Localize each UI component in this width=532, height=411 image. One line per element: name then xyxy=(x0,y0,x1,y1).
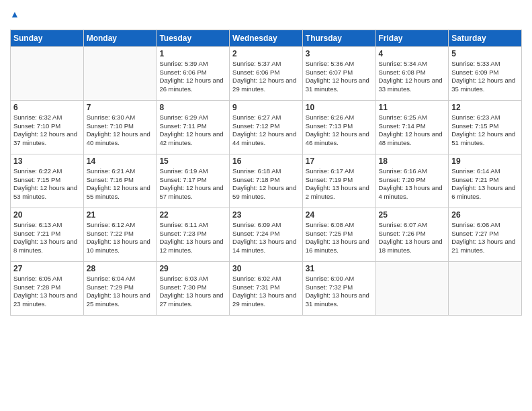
day-number: 11 xyxy=(379,103,446,112)
day-number: 21 xyxy=(87,210,154,220)
day-info: Sunrise: 6:05 AM Sunset: 7:28 PM Dayligh… xyxy=(13,275,81,309)
week-row-5: 27Sunrise: 6:05 AM Sunset: 7:28 PM Dayli… xyxy=(11,261,522,315)
day-info: Sunrise: 6:27 AM Sunset: 7:12 PM Dayligh… xyxy=(232,113,300,148)
week-row-3: 13Sunrise: 6:22 AM Sunset: 7:15 PM Dayli… xyxy=(11,154,522,208)
day-info: Sunrise: 6:07 AM Sunset: 7:26 PM Dayligh… xyxy=(379,221,446,255)
calendar-table: SundayMondayTuesdayWednesdayThursdayFrid… xyxy=(10,30,522,316)
day-info: Sunrise: 6:18 AM Sunset: 7:18 PM Dayligh… xyxy=(232,167,300,201)
calendar-cell: 9Sunrise: 6:27 AM Sunset: 7:12 PM Daylig… xyxy=(230,100,303,154)
day-number: 6 xyxy=(13,103,81,112)
calendar-cell: 12Sunrise: 6:23 AM Sunset: 7:15 PM Dayli… xyxy=(449,100,522,154)
calendar-cell xyxy=(83,46,157,100)
day-info: Sunrise: 6:06 AM Sunset: 7:27 PM Dayligh… xyxy=(451,221,519,255)
calendar-cell: 7Sunrise: 6:30 AM Sunset: 7:10 PM Daylig… xyxy=(83,100,157,154)
header-day-friday: Friday xyxy=(375,30,449,46)
calendar-cell xyxy=(11,46,84,100)
header-day-tuesday: Tuesday xyxy=(157,30,230,46)
day-info: Sunrise: 6:12 AM Sunset: 7:22 PM Dayligh… xyxy=(87,221,154,255)
day-number: 18 xyxy=(379,156,446,166)
day-info: Sunrise: 6:26 AM Sunset: 7:13 PM Dayligh… xyxy=(306,113,373,148)
day-number: 8 xyxy=(159,103,226,112)
week-row-4: 20Sunrise: 6:13 AM Sunset: 7:21 PM Dayli… xyxy=(11,208,522,261)
calendar-cell: 13Sunrise: 6:22 AM Sunset: 7:15 PM Dayli… xyxy=(11,154,84,208)
calendar-cell: 27Sunrise: 6:05 AM Sunset: 7:28 PM Dayli… xyxy=(11,261,84,315)
day-info: Sunrise: 6:19 AM Sunset: 7:17 PM Dayligh… xyxy=(159,167,226,201)
day-number: 17 xyxy=(306,156,373,166)
day-number: 14 xyxy=(87,156,154,166)
day-info: Sunrise: 6:23 AM Sunset: 7:15 PM Dayligh… xyxy=(451,113,519,148)
day-number: 4 xyxy=(379,49,446,58)
calendar-cell: 19Sunrise: 6:14 AM Sunset: 7:21 PM Dayli… xyxy=(449,154,522,208)
day-info: Sunrise: 6:29 AM Sunset: 7:11 PM Dayligh… xyxy=(159,113,226,148)
day-info: Sunrise: 6:09 AM Sunset: 7:24 PM Dayligh… xyxy=(232,221,300,255)
day-info: Sunrise: 6:32 AM Sunset: 7:10 PM Dayligh… xyxy=(13,113,81,148)
header-row: SundayMondayTuesdayWednesdayThursdayFrid… xyxy=(11,30,522,46)
day-info: Sunrise: 6:13 AM Sunset: 7:21 PM Dayligh… xyxy=(13,221,81,255)
day-info: Sunrise: 6:14 AM Sunset: 7:21 PM Dayligh… xyxy=(451,167,519,201)
calendar-cell xyxy=(449,261,522,315)
day-info: Sunrise: 5:37 AM Sunset: 6:06 PM Dayligh… xyxy=(232,60,300,94)
day-number: 7 xyxy=(87,103,154,112)
day-number: 13 xyxy=(13,156,81,166)
calendar-cell: 3Sunrise: 5:36 AM Sunset: 6:07 PM Daylig… xyxy=(302,46,375,100)
day-info: Sunrise: 6:03 AM Sunset: 7:30 PM Dayligh… xyxy=(159,275,226,309)
day-info: Sunrise: 5:34 AM Sunset: 6:08 PM Dayligh… xyxy=(379,60,446,94)
day-number: 26 xyxy=(451,210,519,220)
day-number: 29 xyxy=(159,264,226,273)
day-info: Sunrise: 6:02 AM Sunset: 7:31 PM Dayligh… xyxy=(232,275,300,309)
calendar-cell: 15Sunrise: 6:19 AM Sunset: 7:17 PM Dayli… xyxy=(157,154,230,208)
day-number: 20 xyxy=(13,210,81,220)
day-info: Sunrise: 6:11 AM Sunset: 7:23 PM Dayligh… xyxy=(159,221,226,255)
calendar-cell: 2Sunrise: 5:37 AM Sunset: 6:06 PM Daylig… xyxy=(230,46,303,100)
calendar-cell: 29Sunrise: 6:03 AM Sunset: 7:30 PM Dayli… xyxy=(157,261,230,315)
calendar-cell: 24Sunrise: 6:08 AM Sunset: 7:25 PM Dayli… xyxy=(302,208,375,261)
calendar-cell: 18Sunrise: 6:16 AM Sunset: 7:20 PM Dayli… xyxy=(375,154,449,208)
calendar-cell: 21Sunrise: 6:12 AM Sunset: 7:22 PM Dayli… xyxy=(83,208,157,261)
calendar-cell: 11Sunrise: 6:25 AM Sunset: 7:14 PM Dayli… xyxy=(375,100,449,154)
day-info: Sunrise: 5:39 AM Sunset: 6:06 PM Dayligh… xyxy=(159,60,226,94)
day-info: Sunrise: 6:21 AM Sunset: 7:16 PM Dayligh… xyxy=(87,167,154,201)
day-info: Sunrise: 6:22 AM Sunset: 7:15 PM Dayligh… xyxy=(13,167,81,201)
day-info: Sunrise: 6:25 AM Sunset: 7:14 PM Dayligh… xyxy=(379,113,446,148)
day-info: Sunrise: 6:08 AM Sunset: 7:25 PM Dayligh… xyxy=(306,221,373,255)
logo: ▲ xyxy=(10,9,19,26)
header-day-saturday: Saturday xyxy=(449,30,522,46)
day-number: 28 xyxy=(87,264,154,273)
day-info: Sunrise: 6:30 AM Sunset: 7:10 PM Dayligh… xyxy=(87,113,154,148)
day-number: 9 xyxy=(232,103,300,112)
calendar-cell: 26Sunrise: 6:06 AM Sunset: 7:27 PM Dayli… xyxy=(449,208,522,261)
calendar-cell: 14Sunrise: 6:21 AM Sunset: 7:16 PM Dayli… xyxy=(83,154,157,208)
day-info: Sunrise: 6:17 AM Sunset: 7:19 PM Dayligh… xyxy=(306,167,373,201)
calendar-page: ▲ SundayMondayTuesdayWednesdayThursdayFr… xyxy=(0,0,532,411)
day-number: 10 xyxy=(306,103,373,112)
header-day-wednesday: Wednesday xyxy=(230,30,303,46)
calendar-cell: 4Sunrise: 5:34 AM Sunset: 6:08 PM Daylig… xyxy=(375,46,449,100)
logo-general: ▲ xyxy=(10,9,19,26)
day-number: 3 xyxy=(306,49,373,58)
calendar-cell: 20Sunrise: 6:13 AM Sunset: 7:21 PM Dayli… xyxy=(11,208,84,261)
day-number: 31 xyxy=(306,264,373,273)
day-number: 19 xyxy=(451,156,519,166)
day-number: 24 xyxy=(306,210,373,220)
header: ▲ xyxy=(10,7,522,26)
calendar-cell: 17Sunrise: 6:17 AM Sunset: 7:19 PM Dayli… xyxy=(302,154,375,208)
calendar-cell: 5Sunrise: 5:33 AM Sunset: 6:09 PM Daylig… xyxy=(449,46,522,100)
calendar-cell: 23Sunrise: 6:09 AM Sunset: 7:24 PM Dayli… xyxy=(230,208,303,261)
calendar-cell: 31Sunrise: 6:00 AM Sunset: 7:32 PM Dayli… xyxy=(302,261,375,315)
day-number: 30 xyxy=(232,264,300,273)
calendar-cell: 10Sunrise: 6:26 AM Sunset: 7:13 PM Dayli… xyxy=(302,100,375,154)
week-row-1: 1Sunrise: 5:39 AM Sunset: 6:06 PM Daylig… xyxy=(11,46,522,100)
header-day-thursday: Thursday xyxy=(302,30,375,46)
header-day-monday: Monday xyxy=(83,30,157,46)
calendar-cell: 30Sunrise: 6:02 AM Sunset: 7:31 PM Dayli… xyxy=(230,261,303,315)
header-day-sunday: Sunday xyxy=(11,30,84,46)
day-number: 1 xyxy=(159,49,226,58)
day-number: 16 xyxy=(232,156,300,166)
day-info: Sunrise: 6:00 AM Sunset: 7:32 PM Dayligh… xyxy=(306,275,373,309)
calendar-cell: 25Sunrise: 6:07 AM Sunset: 7:26 PM Dayli… xyxy=(375,208,449,261)
calendar-cell xyxy=(375,261,449,315)
calendar-cell: 22Sunrise: 6:11 AM Sunset: 7:23 PM Dayli… xyxy=(157,208,230,261)
day-number: 23 xyxy=(232,210,300,220)
day-number: 2 xyxy=(232,49,300,58)
calendar-cell: 1Sunrise: 5:39 AM Sunset: 6:06 PM Daylig… xyxy=(157,46,230,100)
